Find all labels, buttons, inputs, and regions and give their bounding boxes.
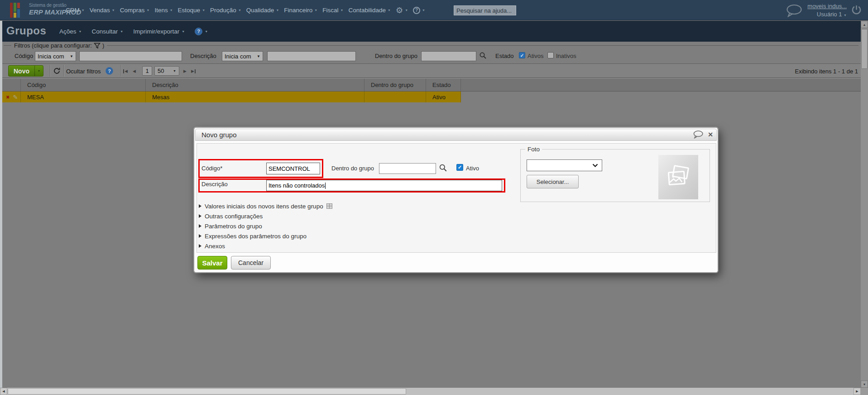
last-page-icon[interactable]: ▶ — [191, 69, 196, 73]
menu-compras[interactable]: Compras▼ — [120, 7, 150, 14]
cell-dentro[interactable] — [364, 92, 426, 102]
filter-codigo-label: Código — [14, 53, 33, 59]
menu-producao[interactable]: Produção▼ — [210, 7, 241, 14]
page-size-select[interactable]: 50▼ — [154, 66, 179, 76]
selecionar-button[interactable]: Selecionar... — [527, 175, 579, 188]
section-outras-configuracoes[interactable]: Outras configurações — [199, 212, 263, 220]
foto-legend: Foto — [525, 146, 542, 153]
settings-menu[interactable]: ⚙▼ — [396, 6, 408, 14]
dentro-do-grupo-label: Dentro do grupo — [331, 165, 374, 172]
novo-button[interactable]: Novo ▼ — [8, 65, 43, 77]
caret-down-icon: ▼ — [422, 9, 425, 12]
filter-descricao-input[interactable] — [267, 51, 356, 61]
chat-icon[interactable] — [785, 4, 803, 17]
cancelar-button[interactable]: Cancelar — [231, 256, 271, 270]
filter-codigo-input[interactable] — [79, 51, 182, 61]
close-icon[interactable]: ✕ — [708, 131, 713, 138]
estado-column-header[interactable]: Estado — [426, 79, 461, 91]
search-icon[interactable] — [439, 164, 447, 172]
ativo-checkbox[interactable]: ✓ — [456, 164, 463, 171]
help-search-input[interactable] — [454, 5, 516, 15]
menu-itens[interactable]: Itens▼ — [154, 7, 173, 14]
menu-vendas[interactable]: Vendas▼ — [90, 7, 115, 14]
logout-power-icon[interactable] — [851, 5, 862, 16]
section-valores-iniciais[interactable]: Valores iniciais dos novos itens deste g… — [199, 202, 332, 210]
help-icon: ? — [195, 28, 202, 35]
filter-codigo-operator-select[interactable]: Inicia com▼ — [35, 51, 76, 61]
filter-dentro-label: Dentro do grupo — [375, 53, 417, 59]
menu-crm[interactable]: CRM▼ — [66, 7, 85, 14]
caret-down-icon[interactable]: ▼ — [34, 66, 43, 76]
page-title: Grupos — [6, 24, 46, 37]
ativos-checkbox[interactable]: ✓ — [519, 52, 525, 58]
menu-imprimir-exportar[interactable]: Imprimir/exportar▼ — [133, 28, 185, 35]
user-menu[interactable]: Usuário 1 ▼ — [807, 10, 847, 19]
search-icon[interactable] — [479, 52, 487, 59]
caret-down-icon: ▼ — [82, 9, 85, 12]
descricao-input[interactable]: Itens não controlados — [266, 180, 502, 191]
first-page-icon[interactable]: ◀ — [123, 69, 128, 73]
section-anexos[interactable]: Anexos — [199, 242, 225, 250]
menu-acoes[interactable]: Ações▼ — [59, 28, 82, 35]
filter-dentro-input[interactable] — [421, 51, 476, 61]
menu-qualidade[interactable]: Qualidade▼ — [246, 7, 279, 14]
ocultar-filtros-button[interactable]: Ocultar filtros — [66, 68, 101, 75]
table-row[interactable]: ✖✎ MESA Mesas Ativo — [2, 92, 461, 102]
menu-financeiro[interactable]: Financeiro▼ — [284, 7, 317, 14]
dialog-titlebar[interactable]: Novo grupo — [195, 129, 717, 141]
scroll-up-icon[interactable]: ▲ — [861, 21, 868, 28]
inativos-label: Inativos — [556, 53, 576, 59]
scroll-right-icon[interactable]: ▶ — [854, 388, 861, 395]
vertical-scrollbar[interactable]: ▲ ▼ — [861, 21, 868, 388]
cell-descricao[interactable]: Mesas — [146, 92, 364, 102]
comment-icon[interactable] — [692, 130, 704, 139]
refresh-icon[interactable] — [53, 67, 61, 75]
expand-icon — [199, 204, 201, 208]
delete-icon[interactable]: ✖ — [6, 95, 10, 100]
filter-estado-label: Estado — [495, 53, 513, 59]
edit-icon[interactable]: ✎ — [13, 94, 18, 101]
foto-select[interactable] — [527, 159, 602, 171]
page-number-input[interactable]: 1 — [142, 66, 152, 76]
descricao-column-header[interactable]: Descrição — [146, 79, 364, 91]
salvar-button[interactable]: Salvar — [197, 256, 227, 270]
table-header: Código Descrição Dentro do grupo Estado — [2, 78, 861, 92]
ativo-label: Ativo — [466, 165, 479, 172]
section-parametros[interactable]: Parâmetros do grupo — [199, 222, 262, 230]
help-icon[interactable]: ? — [106, 67, 113, 75]
codigo-column-header[interactable]: Código — [21, 79, 146, 91]
filters-legend[interactable]: Filtros (clique para configurar: ) — [11, 42, 107, 49]
section-expressoes[interactable]: Expressões dos parâmetros do grupo — [199, 232, 307, 240]
menu-consultar[interactable]: Consultar▼ — [91, 28, 123, 35]
horizontal-scroll-thumb[interactable] — [8, 388, 406, 395]
dentro-do-grupo-input[interactable] — [379, 163, 436, 174]
descricao-label: Descrição — [201, 181, 228, 188]
filter-descricao-operator-select[interactable]: Inicia com▼ — [222, 51, 263, 61]
prev-page-icon[interactable]: ◀ — [133, 69, 136, 73]
next-page-icon[interactable]: ▶ — [183, 69, 187, 73]
horizontal-scrollbar[interactable]: ◀ ▶ — [0, 388, 861, 395]
scrollbar-corner — [861, 388, 868, 395]
grid-icon — [326, 203, 332, 209]
codigo-input[interactable] — [266, 163, 320, 174]
scroll-left-icon[interactable]: ◀ — [0, 388, 7, 395]
row-actions: ✖✎ — [2, 92, 21, 102]
help-menu[interactable]: ?▼ — [413, 7, 425, 14]
vertical-scroll-thumb[interactable] — [861, 29, 868, 69]
page-header-bar: Grupos Ações▼ Consultar▼ Imprimir/export… — [0, 21, 861, 42]
menu-estoque[interactable]: Estoque▼ — [178, 7, 205, 14]
page-help-menu[interactable]: ?▼ — [195, 28, 208, 35]
dentro-column-header[interactable]: Dentro do grupo — [364, 79, 426, 91]
inativos-checkbox[interactable] — [547, 52, 554, 58]
menu-fiscal[interactable]: Fiscal▼ — [322, 7, 343, 14]
cell-estado[interactable]: Ativo — [426, 92, 461, 102]
cell-codigo[interactable]: MESA — [21, 92, 146, 102]
menu-contabilidade[interactable]: Contabilidade▼ — [348, 7, 391, 14]
toolbar-separator — [121, 65, 122, 77]
caret-down-icon: ▼ — [314, 9, 317, 12]
caret-down-icon: ▼ — [79, 30, 82, 33]
scroll-down-icon[interactable]: ▼ — [861, 381, 868, 388]
expand-icon — [199, 214, 201, 218]
erp-logo-icon[interactable] — [10, 3, 20, 18]
account-link[interactable]: moveis indus... — [807, 3, 847, 10]
